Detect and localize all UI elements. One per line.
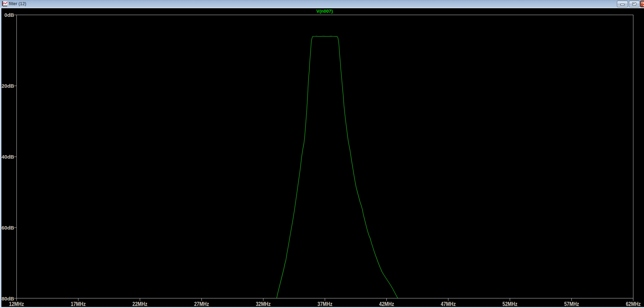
svg-text:32MHz: 32MHz	[256, 301, 271, 307]
svg-text:12MHz: 12MHz	[9, 301, 24, 307]
svg-text:22MHz: 22MHz	[133, 301, 148, 307]
svg-text:37MHz: 37MHz	[318, 301, 333, 307]
svg-text:47MHz: 47MHz	[441, 301, 456, 307]
svg-text:62MHz: 62MHz	[626, 301, 641, 307]
svg-text:17MHz: 17MHz	[71, 301, 86, 307]
svg-text:-40dB: -40dB	[0, 154, 14, 160]
svg-text:52MHz: 52MHz	[503, 301, 518, 307]
svg-text:57MHz: 57MHz	[564, 301, 579, 307]
svg-text:0dB: 0dB	[4, 12, 14, 18]
svg-text:-20dB: -20dB	[0, 83, 14, 89]
svg-text:-60dB: -60dB	[0, 225, 14, 231]
svg-text:27MHz: 27MHz	[194, 301, 209, 307]
svg-text:V(n007): V(n007)	[317, 9, 333, 14]
svg-text:42MHz: 42MHz	[379, 301, 394, 307]
